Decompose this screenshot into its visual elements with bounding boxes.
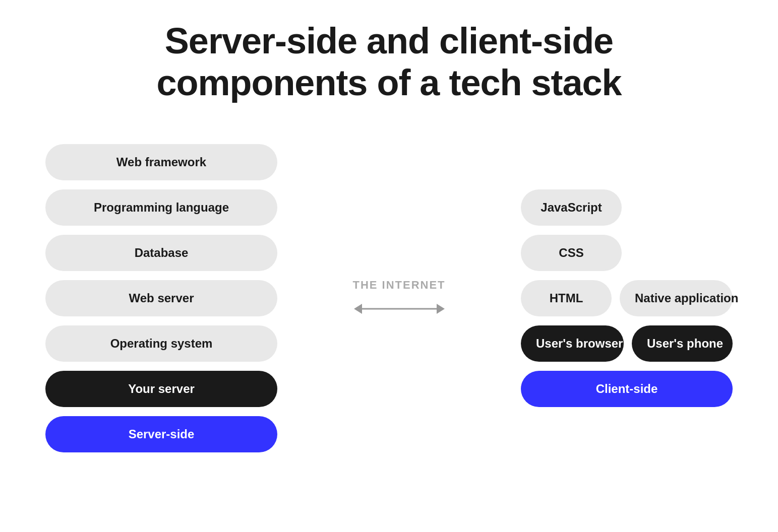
web-framework-pill: Web framework: [45, 144, 277, 180]
bidirectional-arrow: [354, 300, 445, 318]
title-section: Server-side and client-side components o…: [30, 20, 748, 104]
server-side-column: Web framework Programming language Datab…: [45, 144, 277, 452]
main-title: Server-side and client-side components o…: [30, 20, 748, 104]
javascript-pill: JavaScript: [521, 189, 622, 226]
css-pill: CSS: [521, 235, 622, 271]
native-application-pill: Native application: [620, 280, 733, 316]
users-phone-pill: User's phone: [632, 325, 733, 362]
web-server-pill: Web server: [45, 280, 277, 316]
page: Server-side and client-side components o…: [0, 0, 778, 532]
server-side-label-pill: Server-side: [45, 416, 277, 452]
svg-marker-2: [437, 304, 445, 314]
internet-label: THE INTERNET: [352, 279, 445, 292]
client-side-column: JavaScript CSS HTML Native application U…: [521, 189, 733, 407]
programming-language-pill: Programming language: [45, 189, 277, 226]
operating-system-pill: Operating system: [45, 325, 277, 362]
database-pill: Database: [45, 235, 277, 271]
html-native-row: HTML Native application: [521, 280, 733, 316]
html-pill: HTML: [521, 280, 612, 316]
diagram-container: Web framework Programming language Datab…: [30, 144, 748, 452]
your-server-pill: Your server: [45, 371, 277, 407]
svg-marker-0: [354, 304, 362, 314]
client-side-label-pill: Client-side: [521, 371, 733, 407]
users-browser-pill: User's browser: [521, 325, 624, 362]
internet-section: THE INTERNET: [352, 279, 445, 318]
browser-phone-row: User's browser User's phone: [521, 325, 733, 362]
